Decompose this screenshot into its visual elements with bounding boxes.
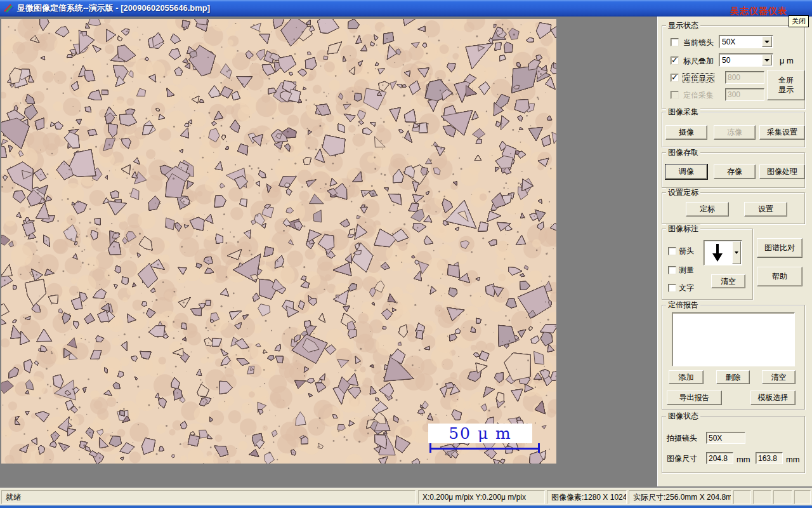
bottom-edge-strip	[0, 505, 812, 508]
ruler-unit-label: μ m	[780, 56, 794, 65]
group-image-status-title: 图像状态	[666, 411, 700, 420]
arrow-label: 箭头	[679, 246, 694, 255]
arrow-checkbox[interactable]	[668, 247, 676, 255]
help-button[interactable]: 帮助	[757, 267, 802, 286]
freeze-button: 冻像	[714, 125, 756, 140]
group-storage-title: 图像存取	[666, 148, 700, 157]
group-annotation-title: 图像标注	[666, 224, 700, 233]
current-lens-value: 50X	[722, 37, 735, 46]
group-report-title: 定倍报告	[666, 300, 700, 309]
fixed-display-input	[725, 71, 764, 84]
shoot-lens-value	[706, 432, 745, 444]
status-empty-pane-3	[773, 490, 792, 504]
micrograph-canvas[interactable]	[1, 19, 556, 464]
fullscreen-button[interactable]: 全屏显示	[767, 70, 805, 100]
image-size-label: 图像尺寸	[667, 454, 697, 463]
image-width-unit: mm	[737, 455, 750, 464]
current-lens-checkbox[interactable]	[671, 38, 679, 46]
arrow-style-dropdown-button[interactable]	[732, 241, 741, 264]
calibrate-button[interactable]: 定标	[686, 202, 729, 217]
shoot-lens-label: 拍摄镜头	[667, 434, 697, 443]
fixed-capture-label: 定倍采集	[683, 91, 714, 100]
text-checkbox[interactable]	[668, 284, 676, 292]
report-add-button[interactable]: 添加	[669, 370, 704, 384]
save-image-button[interactable]: 存像	[714, 164, 756, 179]
group-display-status-title: 显示状态	[666, 21, 700, 30]
chevron-down-icon	[764, 41, 769, 43]
vendor-watermark: 吴志仪器仪表	[730, 6, 787, 17]
status-empty-pane-2	[753, 490, 771, 504]
ruler-value-combo[interactable]: 50	[719, 53, 773, 67]
group-calibration-title: 设置定标	[666, 188, 700, 197]
calibration-settings-button[interactable]: 设置	[744, 202, 787, 217]
chevron-down-icon	[735, 251, 738, 254]
measure-label: 测量	[679, 265, 694, 274]
scale-bar-tick-right	[538, 443, 540, 453]
image-process-button[interactable]: 图像处理	[759, 164, 805, 179]
report-clear-button[interactable]: 清空	[762, 370, 796, 384]
status-bar: 就绪 X:0.200μ m/pix Y:0.200μ m/pix 图像像素:12…	[0, 488, 812, 505]
text-label: 文字	[679, 283, 694, 292]
status-empty-pane-4	[794, 490, 811, 504]
report-delete-button[interactable]: 删除	[716, 370, 750, 384]
group-capture-title: 图像采集	[666, 107, 700, 116]
status-empty-pane-1	[733, 490, 751, 504]
image-height-unit: mm	[786, 455, 800, 464]
load-image-button[interactable]: 调像	[665, 164, 707, 179]
check-icon: ✓	[671, 72, 678, 82]
window-title: 显微图像定倍系统--演示版 - [20090602055646.bmp]	[17, 3, 210, 14]
app-icon	[4, 3, 14, 13]
ruler-dropdown-button[interactable]	[762, 55, 772, 65]
scale-bar-line	[429, 448, 540, 450]
template-select-button[interactable]: 模板选择	[750, 391, 796, 405]
fixed-capture-checkbox	[671, 91, 679, 99]
group-image-status: 图像状态	[662, 416, 805, 473]
current-lens-label: 当前镜头	[683, 38, 714, 47]
close-tooltip: 关闭	[789, 15, 809, 27]
control-panel: 显示状态 当前镜头 50X ✓ 标尺叠加 50 μ m ✓ 定倍显示 定倍采集 …	[657, 17, 812, 486]
ruler-value: 50	[722, 56, 730, 65]
current-lens-combo[interactable]: 50X	[719, 35, 773, 48]
ruler-overlay-label: 标尺叠加	[683, 57, 714, 65]
status-resolution: X:0.200μ m/pix Y:0.200μ m/pix	[418, 490, 545, 504]
fixed-capture-input	[725, 88, 764, 101]
image-height-value	[756, 452, 783, 464]
annotation-clear-button[interactable]: 清空	[711, 274, 745, 288]
status-actual-size: 实际尺寸:256.0mm X 204.8mm	[629, 490, 731, 504]
chevron-down-icon	[764, 59, 769, 62]
export-report-button[interactable]: 导出报告	[667, 391, 722, 405]
atlas-compare-button[interactable]: 图谱比对	[757, 238, 802, 258]
capture-settings-button[interactable]: 采集设置	[759, 125, 805, 140]
status-image-pixels: 图像像素:1280 X 1024	[547, 490, 627, 504]
measure-checkbox[interactable]	[668, 266, 676, 274]
scale-bar-label-box: 50 μ m	[428, 424, 532, 443]
image-width-value	[706, 452, 733, 464]
check-icon: ✓	[671, 55, 678, 65]
shoot-button[interactable]: 摄像	[665, 125, 707, 140]
fullscreen-button-label: 全屏显示	[778, 76, 794, 95]
ruler-overlay-checkbox[interactable]: ✓	[671, 57, 679, 65]
title-bar: 显微图像定倍系统--演示版 - [20090602055646.bmp]	[0, 0, 812, 17]
arrow-style-combo[interactable]	[704, 240, 742, 265]
client-area: 50 μ m 显示状态 当前镜头 50X ✓ 标尺叠加 50 μ m ✓ 定倍显…	[0, 17, 812, 486]
down-arrow-icon	[710, 243, 724, 262]
report-listbox[interactable]	[672, 312, 795, 366]
status-ready: 就绪	[1, 490, 416, 504]
current-lens-dropdown-button[interactable]	[762, 36, 772, 47]
fixed-display-checkbox[interactable]: ✓	[671, 74, 679, 82]
fixed-display-label: 定倍显示	[683, 74, 714, 83]
micrograph-viewport[interactable]: 50 μ m	[1, 19, 556, 464]
scale-bar-tick-left	[429, 443, 431, 453]
scale-bar-text: 50 μ m	[449, 424, 512, 443]
